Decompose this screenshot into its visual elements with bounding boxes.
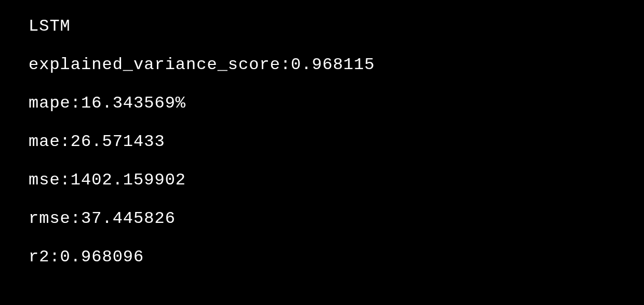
metric-row: explained_variance_score:0.968115 [29,57,615,73]
metric-sep: : [60,132,71,151]
metric-sep: : [60,170,71,190]
metric-value: 0.968096 [60,247,144,267]
metric-label: mae [29,132,60,151]
metric-label: mape [29,94,71,113]
metric-label: r2 [29,247,49,267]
model-title: LSTM [29,18,615,35]
metric-value: 26.571433 [71,132,165,151]
metric-sep: : [71,209,81,228]
metric-row: r2:0.968096 [29,249,615,266]
metric-value: 0.968115 [291,55,375,74]
metric-sep: : [49,247,60,267]
metric-value: 16.343569% [81,94,186,113]
metric-row: rmse:37.445826 [29,210,615,227]
metric-row: mae:26.571433 [29,134,615,150]
metric-sep: : [280,55,291,74]
metric-label: rmse [29,209,71,228]
metric-value: 1402.159902 [71,170,186,190]
metric-sep: : [71,94,81,113]
metric-row: mse:1402.159902 [29,172,615,189]
metric-label: mse [29,170,60,190]
metric-label: explained_variance_score [29,55,280,74]
metric-row: mape:16.343569% [29,95,615,112]
metric-value: 37.445826 [81,209,176,228]
